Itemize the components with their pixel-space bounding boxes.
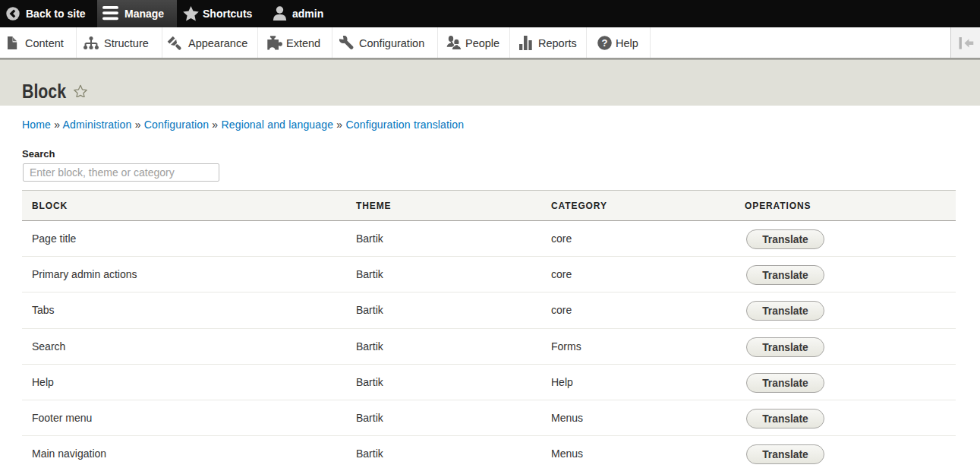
svg-text:?: ? bbox=[602, 37, 608, 49]
